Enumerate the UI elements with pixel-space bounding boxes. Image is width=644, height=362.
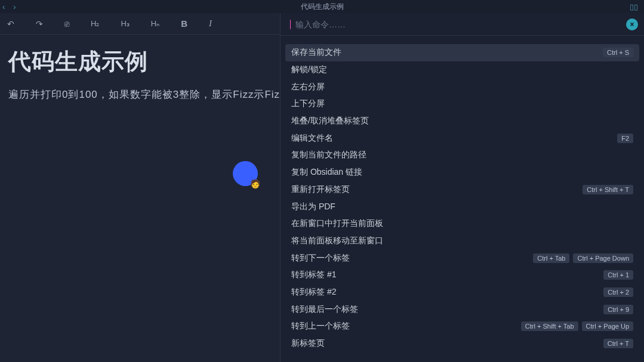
command-item[interactable]: 导出为 PDF <box>285 198 639 215</box>
command-label: 新标签页 <box>291 338 325 349</box>
nav-history: ‹ › <box>2 2 16 11</box>
kbd-shortcut: Ctrl + 2 <box>603 287 633 297</box>
command-label: 左右分屏 <box>291 82 325 92</box>
command-list: 保存当前文件Ctrl + S解锁/锁定左右分屏上下分屏堆叠/取消堆叠标签页编辑文… <box>281 36 644 362</box>
command-label: 将当前面板移动至新窗口 <box>291 236 383 246</box>
command-label: 复制 Obsidian 链接 <box>291 167 362 178</box>
command-shortcuts: Ctrl + T <box>603 339 633 348</box>
command-item[interactable]: 转到最后一个标签Ctrl + 9 <box>285 301 639 318</box>
command-shortcuts: F2 <box>617 134 633 143</box>
reading-mode[interactable]: ▯▯ <box>630 1 638 12</box>
close-icon: × <box>630 20 634 29</box>
kbd-shortcut: F2 <box>617 134 633 143</box>
hn-button[interactable]: Hₙ <box>151 19 159 28</box>
command-label: 转到标签 #1 <box>291 270 336 280</box>
command-shortcuts: Ctrl + 2 <box>603 287 633 297</box>
command-item[interactable]: 保存当前文件Ctrl + S <box>285 44 639 61</box>
command-label: 转到下一个标签 <box>291 253 350 264</box>
command-item[interactable]: 左右分屏 <box>285 78 639 95</box>
command-palette: × 保存当前文件Ctrl + S解锁/锁定左右分屏上下分屏堆叠/取消堆叠标签页编… <box>280 13 644 362</box>
kbd-shortcut: Ctrl + Shift + Tab <box>521 321 578 331</box>
command-label: 在新窗口中打开当前面板 <box>291 218 383 229</box>
back-icon[interactable]: ‹ <box>2 2 5 11</box>
palette-search-row: × <box>281 13 644 36</box>
command-label: 复制当前文件的路径 <box>291 150 366 160</box>
title-bar: ‹ › 代码生成示例 ▯▯ <box>0 0 644 13</box>
command-label: 重新打开标签页 <box>291 184 350 195</box>
command-shortcuts: Ctrl + TabCtrl + Page Down <box>533 253 633 263</box>
text-cursor <box>290 20 291 29</box>
command-label: 转到上一个标签 <box>291 321 350 332</box>
h3-button[interactable]: H₃ <box>121 19 129 28</box>
forward-icon[interactable]: › <box>13 2 16 11</box>
command-item[interactable]: 编辑文件名F2 <box>285 129 639 147</box>
italic-button[interactable]: I <box>209 18 212 29</box>
cursor-avatar <box>233 161 258 186</box>
kbd-shortcut: Ctrl + S <box>603 48 633 57</box>
kbd-shortcut: Ctrl + T <box>603 339 633 348</box>
command-label: 上下分屏 <box>291 98 325 109</box>
kbd-shortcut: Ctrl + Shift + T <box>583 185 633 194</box>
command-item[interactable]: 堆叠/取消堆叠标签页 <box>285 113 639 130</box>
command-label: 解锁/锁定 <box>291 64 327 75</box>
command-label: 编辑文件名 <box>291 133 333 144</box>
command-item[interactable]: 转到标签 #2Ctrl + 2 <box>285 284 639 301</box>
kbd-shortcut: Ctrl + Page Up <box>582 321 633 331</box>
command-item[interactable]: 转到标签 #1Ctrl + 1 <box>285 267 639 284</box>
command-item[interactable]: 新标签页Ctrl + T <box>285 335 639 352</box>
command-item[interactable]: 解锁/锁定 <box>285 61 639 79</box>
command-item[interactable]: 在新窗口中打开当前面板 <box>285 215 639 233</box>
command-shortcuts: Ctrl + S <box>603 48 633 57</box>
close-button[interactable]: × <box>626 18 638 30</box>
command-item[interactable]: 上下分屏 <box>285 95 639 113</box>
h2-button[interactable]: H₂ <box>91 19 99 28</box>
command-item[interactable]: 将当前面板移动至新窗口 <box>285 233 639 250</box>
command-shortcuts: Ctrl + Shift + T <box>583 185 633 194</box>
command-label: 保存当前文件 <box>291 47 341 58</box>
undo-button[interactable]: ↶ <box>7 19 14 29</box>
command-input[interactable] <box>295 20 621 29</box>
command-shortcuts: Ctrl + 1 <box>603 270 633 280</box>
command-item[interactable]: 复制当前文件的路径 <box>285 147 639 164</box>
command-item[interactable]: 转到上一个标签Ctrl + Shift + TabCtrl + Page Up <box>285 318 639 335</box>
kbd-shortcut: Ctrl + 9 <box>603 305 633 314</box>
command-shortcuts: Ctrl + 9 <box>603 305 633 314</box>
command-item[interactable]: 转到下一个标签Ctrl + TabCtrl + Page Down <box>285 249 639 267</box>
kbd-shortcut: Ctrl + 1 <box>603 270 633 280</box>
command-label: 转到最后一个标签 <box>291 304 358 315</box>
bold-button[interactable]: B <box>181 18 187 29</box>
command-item[interactable]: 复制 Obsidian 链接 <box>285 164 639 181</box>
command-label: 堆叠/取消堆叠标签页 <box>291 116 369 126</box>
command-shortcuts: Ctrl + Shift + TabCtrl + Page Up <box>521 321 633 331</box>
command-label: 转到标签 #2 <box>291 287 336 298</box>
kbd-shortcut: Ctrl + Page Down <box>573 253 633 263</box>
book-icon: ▯▯ <box>630 2 638 11</box>
command-item[interactable]: 重新打开标签页Ctrl + Shift + T <box>285 181 639 199</box>
erase-button[interactable]: ⎚ <box>64 19 69 29</box>
redo-button[interactable]: ↷ <box>36 19 43 29</box>
command-label: 导出为 PDF <box>291 202 335 212</box>
kbd-shortcut: Ctrl + Tab <box>533 253 569 263</box>
tab-title: 代码生成示例 <box>301 2 344 12</box>
